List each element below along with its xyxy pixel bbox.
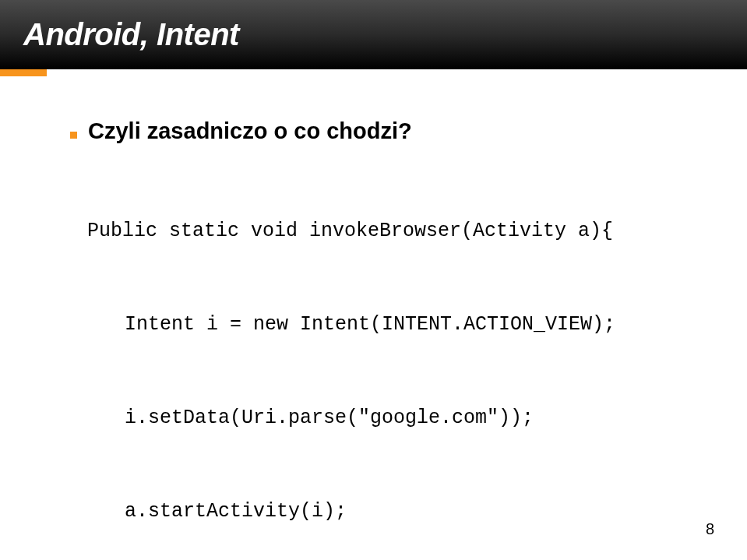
slide-title: Android, Intent [23,17,239,52]
page-number: 8 [706,520,714,538]
code-line-3: i.setData(Uri.parse("google.com")); [125,403,677,434]
accent-bar [0,69,47,76]
code-line-2: Intent i = new Intent(INTENT.ACTION_VIEW… [125,309,677,340]
code-block: Public static void invokeBrowser(Activit… [87,153,677,561]
bullet-text-1: Czyli zasadniczo o co chodzi? [88,114,412,149]
code-line-1: Public static void invokeBrowser(Activit… [87,216,677,247]
slide: Android, Intent Czyli zasadniczo o co ch… [0,0,747,560]
bullet-item-1: Czyli zasadniczo o co chodzi? [70,114,677,149]
square-bullet-icon [70,132,77,139]
slide-content: Czyli zasadniczo o co chodzi? Public sta… [0,69,747,560]
slide-header: Android, Intent [0,0,747,69]
code-line-4: a.startActivity(i); [125,496,677,527]
